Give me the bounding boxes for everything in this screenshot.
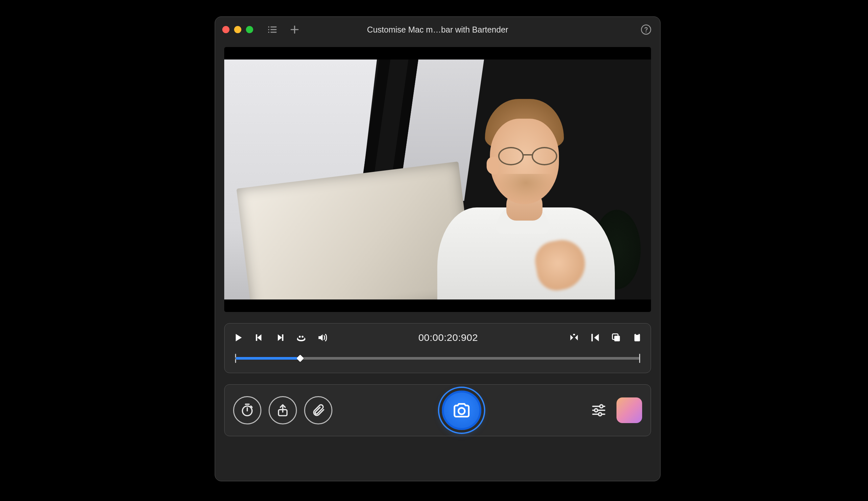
svg-rect-10 — [256, 334, 257, 341]
svg-point-28 — [594, 409, 598, 412]
svg-point-2 — [268, 32, 269, 33]
step-back-icon[interactable] — [254, 332, 265, 343]
titlebar: Customise Mac m…bar with Bartender — [215, 17, 660, 42]
close-window-button[interactable] — [222, 26, 229, 33]
copy-icon[interactable] — [611, 332, 622, 343]
minimize-window-button[interactable] — [234, 26, 241, 33]
svg-point-9 — [645, 32, 646, 33]
action-bar — [224, 384, 651, 436]
timer-icon[interactable] — [233, 396, 261, 424]
share-icon[interactable] — [269, 396, 297, 424]
list-icon[interactable] — [267, 24, 278, 35]
speed-icon[interactable] — [296, 332, 307, 343]
app-window: Customise Mac m…bar with Bartender — [215, 17, 661, 481]
color-swatch[interactable] — [617, 397, 642, 423]
timeline-scrubber[interactable] — [233, 352, 643, 364]
svg-point-26 — [600, 405, 603, 408]
svg-point-1 — [268, 29, 269, 30]
window-controls — [222, 26, 253, 33]
svg-rect-11 — [282, 334, 283, 341]
paperclip-icon[interactable] — [304, 396, 332, 424]
transport-panel: 00:00:20:902 — [224, 323, 651, 373]
sliders-icon[interactable] — [591, 402, 607, 418]
svg-point-24 — [458, 408, 464, 414]
svg-rect-16 — [573, 334, 575, 335]
camera-icon[interactable] — [442, 391, 481, 430]
svg-point-15 — [301, 335, 303, 338]
svg-rect-17 — [591, 334, 593, 342]
play-icon[interactable] — [233, 332, 244, 343]
video-preview[interactable] — [224, 47, 651, 312]
video-frame-image — [224, 60, 651, 299]
timeline-playhead[interactable] — [297, 355, 304, 362]
svg-point-30 — [598, 413, 602, 416]
svg-rect-18 — [614, 335, 620, 341]
paste-icon[interactable] — [632, 332, 643, 343]
timeline-out-marker[interactable] — [639, 354, 640, 363]
plus-icon[interactable] — [289, 24, 300, 35]
timeline-progress — [236, 357, 300, 360]
svg-point-0 — [268, 26, 269, 28]
svg-rect-21 — [636, 333, 639, 335]
loop-region-icon[interactable] — [568, 332, 580, 343]
timecode: 00:00:20:902 — [418, 332, 478, 343]
volume-icon[interactable] — [317, 332, 328, 343]
svg-rect-20 — [634, 334, 640, 342]
zoom-window-button[interactable] — [246, 26, 253, 33]
step-forward-icon[interactable] — [275, 332, 286, 343]
trim-start-icon[interactable] — [590, 332, 601, 343]
svg-point-14 — [299, 335, 301, 338]
help-icon[interactable] — [641, 24, 652, 35]
